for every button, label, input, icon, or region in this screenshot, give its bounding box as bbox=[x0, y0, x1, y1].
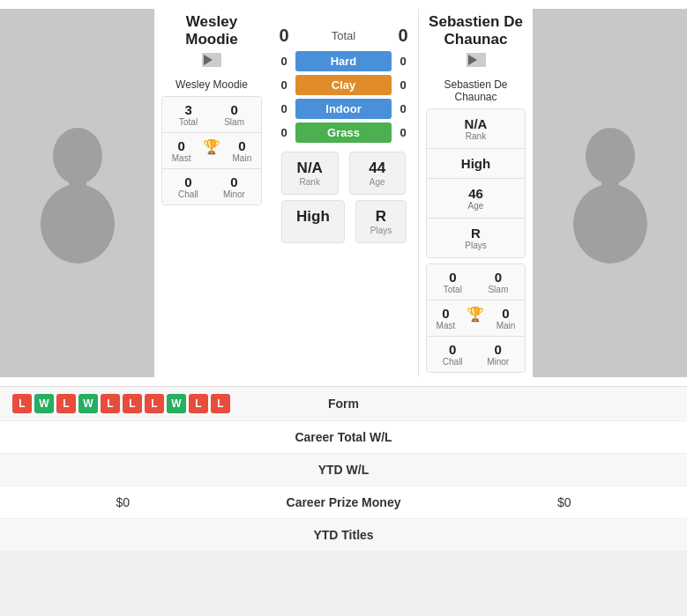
form-badge-5: L bbox=[123, 394, 142, 413]
indoor-badge: Indoor bbox=[295, 99, 392, 119]
right-player-name-line1: Sebastien De bbox=[426, 13, 526, 31]
career-wl-row: Career Total W/L bbox=[0, 421, 687, 454]
hard-score-left: 0 bbox=[278, 55, 290, 68]
surface-row-clay: 0 Clay 0 bbox=[278, 75, 409, 95]
left-player-sub-name: Wesley Moodie bbox=[161, 78, 262, 91]
prize-row: $0 Career Prize Money $0 bbox=[0, 486, 687, 519]
left-chall-val: 0 bbox=[178, 174, 198, 189]
left-player-name-line1: Wesley bbox=[161, 13, 262, 31]
right-rank-row: N/A Rank bbox=[427, 109, 525, 149]
right-flag-icon bbox=[467, 53, 486, 71]
grass-score-left: 0 bbox=[278, 126, 290, 139]
total-score-right: 0 bbox=[397, 26, 409, 46]
surface-rows: 0 Hard 0 0 Clay 0 0 Indoor 0 bbox=[269, 51, 418, 143]
right-age-row: 46 Age bbox=[427, 179, 525, 219]
right-player-photo bbox=[533, 9, 687, 377]
left-player-name-line2: Moodie bbox=[161, 31, 262, 48]
right-minor-label: Minor bbox=[487, 357, 509, 367]
right-main-label: Main bbox=[497, 321, 516, 330]
surface-row-grass: 0 Grass 0 bbox=[278, 122, 409, 143]
clay-badge: Clay bbox=[295, 75, 392, 95]
right-mast-label: Mast bbox=[437, 321, 456, 330]
left-main-val: 0 bbox=[233, 138, 252, 153]
comparison-section: Wesley Moodie Wesley Moodie 3 Total bbox=[0, 0, 687, 387]
right-trophy-icon: 🏆 bbox=[467, 306, 484, 330]
right-stat-total: 0 Total bbox=[444, 270, 462, 294]
grass-score-right: 0 bbox=[397, 126, 409, 139]
mid-high-panel: High bbox=[281, 200, 345, 243]
form-row: L W L W L L L W L L Form bbox=[0, 387, 687, 421]
svg-point-0 bbox=[53, 128, 102, 184]
middle-name-area bbox=[269, 13, 418, 24]
form-badge-1: W bbox=[34, 394, 54, 413]
form-badge-7: W bbox=[167, 394, 186, 413]
right-age-label: Age bbox=[430, 201, 521, 211]
left-stat-total: 3 Total bbox=[179, 102, 198, 127]
total-score-label: Total bbox=[297, 29, 390, 42]
middle-player-stat-panels-2: High R Plays bbox=[269, 200, 418, 243]
right-stat-row-total-slam: 0 Total 0 Slam bbox=[427, 264, 525, 301]
left-flag-icon bbox=[202, 53, 221, 71]
surface-row-hard: 0 Hard 0 bbox=[278, 51, 409, 71]
left-stat-minor: 0 Minor bbox=[223, 174, 245, 199]
right-player-sub-name: Sebastien De Chaunac bbox=[426, 78, 526, 103]
middle-player-stat-panels: N/A Rank 44 Age bbox=[269, 152, 418, 195]
right-slam-label: Slam bbox=[488, 285, 508, 294]
right-plays-label: Plays bbox=[430, 241, 521, 250]
middle-score-row: 0 Total 0 bbox=[269, 24, 418, 51]
ytd-titles-row: YTD Titles bbox=[0, 519, 687, 552]
middle-stats: 0 Total 0 0 Hard 0 0 Clay 0 bbox=[269, 9, 418, 377]
left-trophy-icon: 🏆 bbox=[203, 138, 220, 163]
right-stat-slam: 0 Slam bbox=[488, 270, 508, 294]
right-stat-mast: 0 Mast bbox=[437, 306, 456, 330]
left-mast-val: 0 bbox=[172, 138, 191, 153]
main-container: Wesley Moodie Wesley Moodie 3 Total bbox=[0, 0, 687, 552]
right-player-name-block: Sebastien De Chaunac bbox=[426, 13, 526, 71]
bottom-section: L W L W L L L W L L Form Career Total W/… bbox=[0, 387, 687, 552]
left-stat-row-chall-minor: 0 Chall 0 Minor bbox=[162, 169, 261, 204]
ytd-titles-label: YTD Titles bbox=[233, 528, 453, 542]
right-high-row: High bbox=[427, 149, 525, 179]
right-high-val: High bbox=[430, 156, 521, 171]
left-stat-row-mast-main: 0 Mast 🏆 0 Main bbox=[162, 133, 261, 169]
left-stat-slam: 0 Slam bbox=[224, 102, 244, 127]
form-badge-3: W bbox=[78, 394, 98, 413]
indoor-score-right: 0 bbox=[397, 102, 409, 115]
right-trophy-symbol: 🏆 bbox=[467, 306, 484, 323]
right-stats-grid: N/A Rank High 46 Age R Plays bbox=[426, 108, 526, 258]
right-player-info: Sebastien De Chaunac Sebastien De Chauna… bbox=[418, 9, 533, 377]
svg-point-7 bbox=[586, 128, 635, 184]
form-badge-6: L bbox=[145, 394, 164, 413]
left-slam-val: 0 bbox=[224, 102, 244, 117]
surface-row-indoor: 0 Indoor 0 bbox=[278, 99, 409, 119]
right-stat-main: 0 Main bbox=[497, 306, 516, 330]
form-badge-4: L bbox=[101, 394, 120, 413]
svg-point-2 bbox=[41, 184, 115, 263]
right-slam-val: 0 bbox=[488, 270, 508, 285]
career-wl-label: Career Total W/L bbox=[233, 430, 453, 444]
hard-badge: Hard bbox=[295, 51, 392, 71]
right-stat-row-chall-minor: 0 Chall 0 Minor bbox=[427, 337, 525, 372]
clay-score-right: 0 bbox=[397, 78, 409, 92]
mid-high-val: High bbox=[296, 208, 330, 226]
clay-score-left: 0 bbox=[278, 78, 290, 92]
left-total-val: 3 bbox=[179, 102, 198, 117]
left-player-name-block: Wesley Moodie bbox=[161, 13, 262, 71]
right-titles-grid: 0 Total 0 Slam 0 Mast 🏆 bbox=[426, 263, 526, 373]
ytd-wl-label: YTD W/L bbox=[233, 463, 453, 477]
left-stat-mast: 0 Mast bbox=[172, 138, 191, 163]
left-stat-row-total-slam: 3 Total 0 Slam bbox=[162, 97, 261, 133]
right-minor-val: 0 bbox=[487, 342, 509, 357]
right-mast-val: 0 bbox=[437, 306, 456, 321]
left-player-photo bbox=[0, 9, 154, 377]
right-plays-val: R bbox=[430, 226, 521, 241]
right-plays-row: R Plays bbox=[427, 219, 525, 257]
form-badge-9: L bbox=[211, 394, 230, 413]
hard-score-right: 0 bbox=[397, 55, 409, 68]
left-chall-label: Chall bbox=[178, 189, 198, 199]
left-stat-main: 0 Main bbox=[233, 138, 252, 163]
form-badge-2: L bbox=[56, 394, 76, 413]
mid-plays-label: Plays bbox=[370, 226, 392, 235]
left-total-label: Total bbox=[179, 117, 198, 127]
indoor-score-left: 0 bbox=[278, 102, 290, 115]
